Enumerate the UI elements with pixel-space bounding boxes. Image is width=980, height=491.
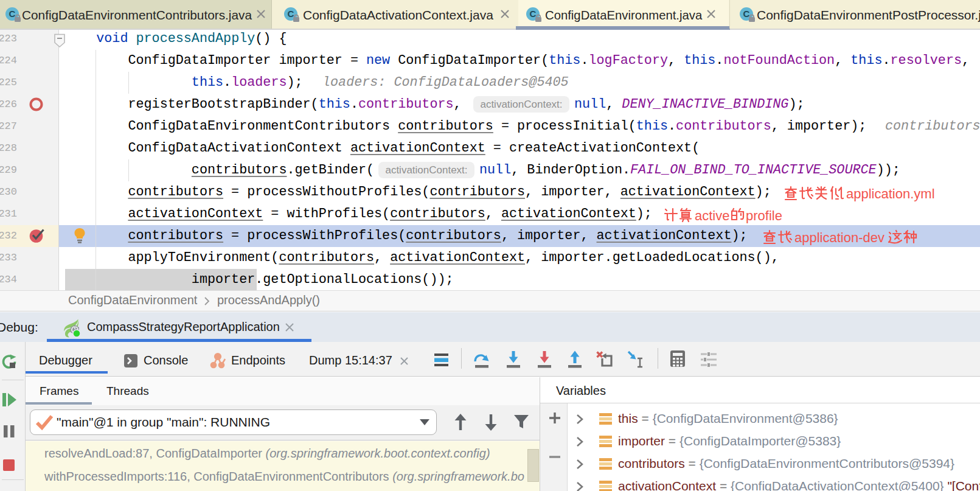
svg-text:C: C (9, 9, 16, 19)
svg-text:application-dev: application-dev (794, 230, 884, 245)
svg-text:active: active (695, 208, 729, 223)
svg-text:profile: profile (746, 208, 782, 223)
svg-text:C: C (530, 9, 537, 19)
svg-text:C: C (288, 9, 294, 19)
svg-text:C: C (743, 9, 750, 19)
svg-text:application.yml: application.yml (846, 186, 935, 201)
